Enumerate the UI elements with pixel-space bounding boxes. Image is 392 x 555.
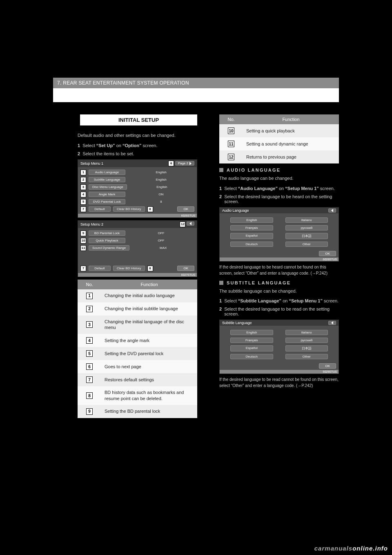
audio-language-option-button[interactable]: русский [285, 225, 328, 231]
function-row-desc-cell: Setting the angle mark [101, 334, 197, 347]
setup-menu-1-row: 4Angle MarkON [80, 192, 194, 197]
subtitle-language-option-button[interactable]: Français [230, 338, 273, 343]
subtitle-language-option-button[interactable]: English [230, 330, 273, 335]
audio-step-1-a: Select [224, 186, 238, 191]
subtitle-language-option-button[interactable]: Other [285, 354, 328, 359]
setup-menu-1-option-button[interactable]: Subtitle Language [89, 177, 125, 182]
left-step-2-num: 2 [78, 151, 80, 156]
subtitle-language-option-button[interactable]: 日本語 [285, 345, 328, 351]
intro-text: Default audio and other settings can be … [78, 132, 197, 139]
function-row-no: 4 [78, 334, 101, 347]
audio-language-option-button[interactable]: 日本語 [285, 233, 328, 239]
setup-menu-2-option-button[interactable]: Quick Playback [89, 238, 125, 243]
back-arrow-icon [331, 209, 333, 212]
audio-language-option-button[interactable]: Italiano [285, 217, 328, 223]
function-row-no: 2 [78, 302, 101, 316]
table-row: 11Setting a sound dynamic range [219, 137, 339, 150]
section-title-text: INITITAL SETUP [118, 117, 159, 123]
setup-menu-2-option-button[interactable]: BD Parental Lock [89, 231, 125, 236]
callout-1-icon: 1 [80, 170, 86, 175]
callout-8-icon: 8 [86, 392, 93, 399]
setup-menu-1-option-button[interactable]: Audio Language [89, 170, 125, 175]
audio-language-topbar: Audio Language [220, 208, 339, 213]
subtitle-language-ok-row: OK [222, 363, 336, 369]
audio-language-option-button[interactable]: Other [285, 242, 328, 247]
function-row-no: 5 [78, 347, 101, 360]
setup-menu-2-option-button[interactable]: Sound Dynamic Range [89, 245, 129, 251]
setup-menu-2-ok-button[interactable]: OK [177, 266, 194, 271]
setup-menu-2-back-button[interactable] [187, 222, 194, 226]
callout-6-icon: 6 [168, 161, 174, 166]
function-row-no: 3 [78, 316, 101, 334]
subtitle-language-note: If the desired language to be read canno… [219, 376, 339, 389]
subtitle-step-1-b: on [281, 298, 289, 303]
setup-menu-1-option-button[interactable]: Angle Mark [89, 192, 125, 197]
table-row: 1Changing the initial audio language [78, 289, 197, 302]
setup-menu-2-row: 9BD Parental LockOFF [80, 231, 194, 236]
setup-menu-2-option-value: OFF [128, 239, 194, 242]
square-bullet-icon [219, 168, 223, 172]
callout-6-icon: 6 [86, 363, 93, 370]
setup-menu-1-ok-button[interactable]: OK [177, 206, 194, 212]
audio-language-option-button[interactable]: Español [230, 233, 273, 239]
subtitle-language-ok-button[interactable]: OK [319, 363, 336, 369]
callout-9-icon: 9 [86, 408, 93, 415]
setup-menu-2-back-wrap: 12 [180, 222, 194, 227]
forward-arrow-icon [189, 162, 192, 165]
setup-menu-1-title: Setup Menu 1 [80, 161, 103, 166]
subtitle-step-1: 1 Select “Subtitle Language” on “Setup M… [219, 298, 339, 303]
subtitle-language-option-button[interactable]: Deutsch [230, 354, 273, 359]
subtitle-step-1-c: screen. [323, 298, 339, 303]
subtitle-language-subhead: SUBTITLE LANGUAGE [219, 280, 339, 285]
fn-right-head-fn: Function [243, 114, 339, 124]
left-step-1-b: on [115, 143, 122, 148]
page-2-button[interactable]: Page 2 [175, 161, 194, 166]
setup-menu-1-option-value: ON [128, 192, 194, 196]
function-row-desc: Goes to next page [105, 364, 194, 370]
setup-menu-2-tag: 6027STUS [78, 273, 197, 277]
function-table-left-head: No. Function [78, 280, 197, 289]
audio-step-1-q2: “Setup Menu 1” [285, 186, 319, 191]
function-table-left: No. Function 1Changing the initial audio… [78, 280, 197, 418]
audio-language-back-button[interactable] [328, 208, 336, 213]
setup-menu-1-option-value: 8 [128, 200, 194, 204]
header-white-band [53, 88, 339, 102]
clear-bd-history-button[interactable]: Clear BD History [113, 206, 145, 212]
section-header-bar: 7. REAR SEAT ENTERTAINMENT SYSTEM OPERAT… [53, 78, 339, 88]
audio-language-option-button[interactable]: Français [230, 225, 273, 231]
callout-3-icon: 3 [80, 184, 86, 190]
subtitle-language-option-button[interactable]: русский [285, 338, 328, 343]
setup-menu-2-bottom-row: 7 Default Clear BD History 8 OK [80, 266, 194, 271]
setup-menu-2-title: Setup Menu 2 [80, 222, 103, 226]
watermark: carmanualsonline.info [314, 545, 388, 552]
subtitle-language-tag: 6029STUS [220, 370, 339, 374]
callout-2-icon: 2 [86, 306, 93, 312]
subtitle-language-option-button[interactable]: Italiano [285, 330, 328, 335]
section-title: INITITAL SETUP [78, 114, 197, 125]
fn-left-head-fn: Function [101, 280, 197, 289]
subtitle-language-option-button[interactable]: Español [230, 345, 273, 351]
audio-language-heading: AUDIO LANGUAGE [227, 168, 281, 172]
left-step-1-q2: “Option” [122, 143, 141, 148]
function-row-desc-cell: Changing the initial audio language [101, 289, 197, 302]
function-row-no: 12 [219, 150, 243, 163]
left-step-1-text: Select “Set Up” on “Option” screen. [82, 143, 197, 148]
left-step-1-c: screen. [141, 143, 157, 148]
audio-language-ok-button[interactable]: OK [319, 251, 336, 256]
clear-bd-history-button-2[interactable]: Clear BD History [113, 266, 145, 271]
audio-language-screenshot: Audio Language EnglishItalianoFrançaisру… [219, 207, 339, 262]
callout-10-icon: 10 [228, 128, 234, 134]
callout-7b-icon: 7 [80, 266, 86, 271]
setup-menu-1-option-button[interactable]: DVD Parental Lock [89, 199, 125, 204]
audio-language-option-button[interactable]: Deutsch [230, 242, 273, 247]
table-row: 9Setting the BD parental lock [78, 405, 197, 418]
subtitle-language-back-button[interactable] [328, 321, 336, 325]
page: 7. REAR SEAT ENTERTAINMENT SYSTEM OPERAT… [0, 0, 392, 555]
setup-menu-1-option-button[interactable]: Disc Menu Language [89, 184, 127, 190]
audio-step-1-q1: “Audio Language” [238, 186, 278, 191]
subtitle-step-1-num: 1 [219, 298, 222, 303]
function-row-desc: Returns to previous page [246, 154, 336, 160]
default-button[interactable]: Default [89, 206, 111, 212]
default-button-2[interactable]: Default [89, 266, 111, 271]
audio-language-option-button[interactable]: English [230, 217, 273, 223]
